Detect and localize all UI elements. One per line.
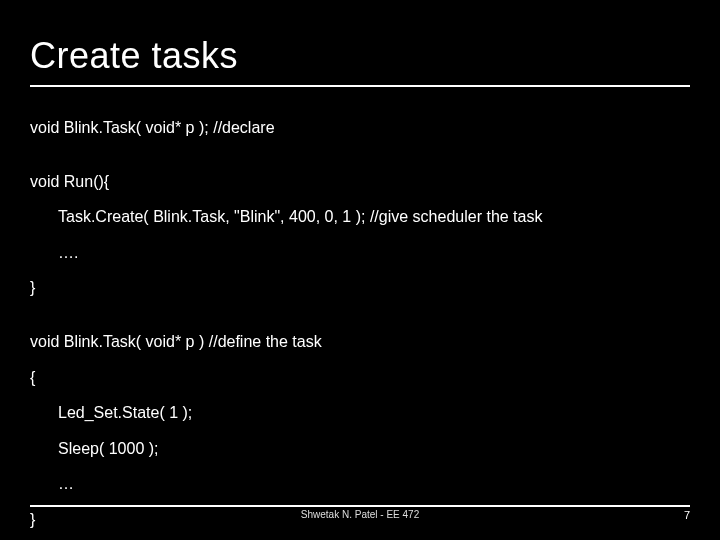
- code-line: Sleep( 1000 );: [30, 438, 690, 460]
- footer-rule: [30, 505, 690, 507]
- spacer: [30, 313, 690, 331]
- spacer: [30, 153, 690, 171]
- code-line: {: [30, 367, 690, 389]
- code-line: void Blink.Task( void* p ) //define the …: [30, 331, 690, 353]
- code-line: void Run(){: [30, 171, 690, 193]
- code-line: …: [30, 473, 690, 495]
- code-line: }: [30, 277, 690, 299]
- code-line: Led_Set.State( 1 );: [30, 402, 690, 424]
- page-number: 7: [684, 509, 690, 521]
- footer-row: Shwetak N. Patel - EE 472 7: [30, 509, 690, 520]
- code-content: void Blink.Task( void* p ); //declare vo…: [0, 87, 720, 531]
- code-line: void Blink.Task( void* p ); //declare: [30, 117, 690, 139]
- code-line: Task.Create( Blink.Task, "Blink", 400, 0…: [30, 206, 690, 228]
- title-area: Create tasks: [0, 0, 720, 87]
- slide-title: Create tasks: [30, 35, 690, 81]
- slide: Create tasks void Blink.Task( void* p );…: [0, 0, 720, 540]
- code-line: ….: [30, 242, 690, 264]
- footer-text: Shwetak N. Patel - EE 472: [301, 509, 419, 520]
- footer: Shwetak N. Patel - EE 472 7: [30, 505, 690, 520]
